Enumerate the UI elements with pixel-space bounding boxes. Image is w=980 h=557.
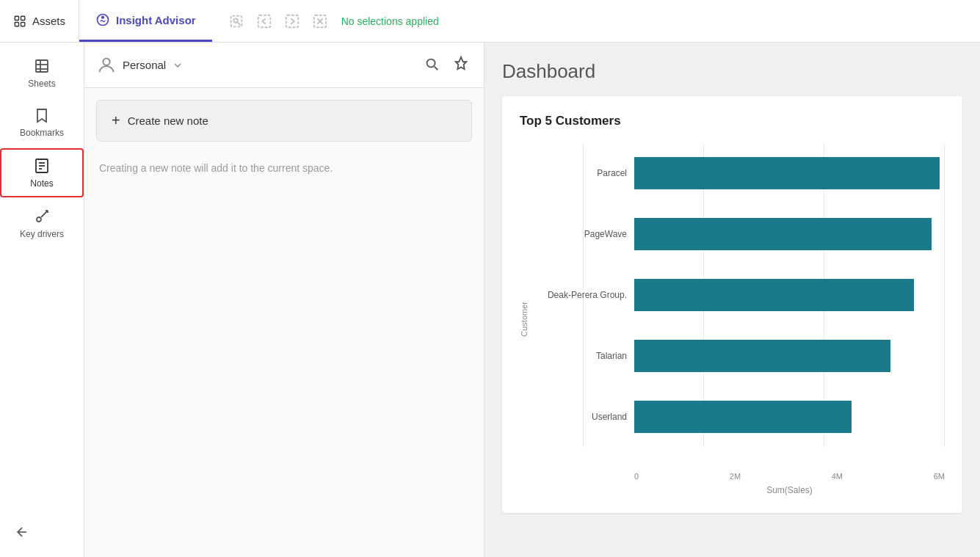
search-tool-button[interactable]	[224, 9, 249, 34]
bar-label: Paracel	[531, 168, 627, 178]
dashboard-title: Dashboard	[502, 60, 962, 83]
bar-label: Userland	[531, 412, 627, 422]
create-note-plus: +	[112, 112, 120, 129]
x-tick: 4M	[832, 472, 843, 481]
main-layout: Sheets Bookmarks Notes Key dr	[0, 43, 980, 557]
svg-line-23	[41, 211, 48, 217]
svg-rect-1	[21, 16, 25, 20]
bar-track	[634, 401, 945, 433]
chart-title: Top 5 Customers	[520, 114, 945, 128]
sidebar-item-key-drivers[interactable]: Key drivers	[0, 200, 84, 247]
bar-label: Deak-Perera Group.	[531, 290, 627, 300]
bar-label: PageWave	[531, 229, 627, 239]
bar-track	[634, 157, 945, 189]
forward-icon	[284, 13, 300, 29]
search-icon	[424, 56, 440, 72]
y-axis-label: Customer	[520, 302, 529, 337]
clear-icon	[312, 13, 328, 29]
key-drivers-label: Key drivers	[20, 229, 64, 239]
svg-point-28	[427, 59, 435, 68]
forward-button[interactable]	[280, 9, 305, 34]
notes-panel-header: Personal	[84, 43, 484, 88]
notes-search-button[interactable]	[421, 53, 443, 77]
back-icon	[256, 13, 272, 29]
svg-rect-3	[21, 22, 25, 26]
sheets-label: Sheets	[28, 79, 55, 89]
svg-point-7	[233, 18, 238, 22]
assets-tab[interactable]: Assets	[0, 0, 79, 42]
back-button[interactable]	[252, 9, 277, 34]
notes-owner-label: Personal	[123, 59, 166, 71]
key-drivers-icon	[33, 208, 51, 225]
bar-row: Deak-Perera Group.	[531, 279, 945, 311]
notes-panel: Personal +	[84, 43, 484, 557]
sidebar-item-sheets[interactable]: Sheets	[0, 50, 84, 96]
notes-icon	[33, 157, 51, 175]
notes-hint-text: Creating a new note will add it to the c…	[84, 153, 484, 183]
svg-rect-2	[15, 22, 18, 26]
topbar: Assets Insight Advisor	[0, 0, 980, 43]
insight-advisor-tab[interactable]: Insight Advisor	[79, 0, 212, 42]
bar-fill	[634, 218, 932, 250]
bar-fill	[634, 340, 890, 372]
notes-owner-selector[interactable]: Personal	[96, 55, 413, 76]
bar-fill	[634, 401, 852, 433]
bar-track	[634, 279, 945, 311]
bar-row: Userland	[531, 401, 945, 433]
bar-label: Talarian	[531, 351, 627, 361]
x-tick: 6M	[934, 472, 945, 481]
assets-label: Assets	[32, 15, 65, 27]
clear-button[interactable]	[308, 9, 333, 34]
person-icon	[96, 55, 117, 76]
svg-rect-9	[258, 15, 270, 27]
chart-main: Paracel PageWave Deak-Perera Group. Tala…	[531, 143, 945, 495]
notes-pin-button[interactable]	[450, 53, 472, 77]
sidebar-collapse-button[interactable]	[6, 516, 38, 551]
insight-advisor-label: Insight Advisor	[116, 14, 196, 26]
sidebar-item-bookmarks[interactable]: Bookmarks	[0, 99, 84, 145]
chevron-down-icon	[172, 59, 184, 71]
bookmarks-icon	[33, 106, 51, 124]
chart-container: Customer Paracel PageWave	[520, 143, 945, 495]
toolbar-actions: No selections applied	[212, 9, 451, 34]
dashboard-area: Dashboard Top 5 Customers Customer	[484, 43, 980, 557]
no-selections-label: No selections applied	[341, 15, 439, 27]
bar-row: Paracel	[531, 157, 945, 189]
x-tick: 0	[634, 472, 639, 481]
chart-card: Top 5 Customers Customer Paracel	[502, 96, 962, 513]
x-axis-label: Sum(Sales)	[531, 485, 945, 495]
svg-rect-10	[286, 15, 298, 27]
assets-icon	[13, 15, 26, 28]
pin-icon	[453, 56, 469, 72]
bar-row: PageWave	[531, 218, 945, 250]
search-tool-icon	[228, 13, 244, 29]
svg-point-5	[101, 16, 104, 19]
svg-line-8	[237, 22, 240, 25]
bar-fill	[634, 279, 914, 311]
x-tick: 2M	[730, 472, 741, 481]
bar-fill	[634, 157, 940, 189]
create-note-button[interactable]: + Create new note	[96, 100, 472, 142]
bookmarks-label: Bookmarks	[20, 128, 64, 138]
bar-track	[634, 340, 945, 372]
svg-point-27	[103, 58, 109, 65]
insight-icon	[95, 12, 110, 27]
sheets-icon	[33, 57, 51, 75]
bar-track	[634, 218, 945, 250]
bar-row: Talarian	[531, 340, 945, 372]
create-note-label: Create new note	[128, 114, 208, 127]
svg-rect-0	[15, 16, 18, 20]
svg-point-22	[37, 217, 41, 222]
collapse-icon	[15, 525, 29, 539]
chart-bars-area: Paracel PageWave Deak-Perera Group. Tala…	[531, 143, 945, 469]
svg-rect-14	[36, 60, 48, 72]
sidebar: Sheets Bookmarks Notes Key dr	[0, 43, 84, 557]
notes-header-actions	[421, 53, 472, 77]
notes-label: Notes	[30, 178, 53, 189]
svg-line-29	[435, 67, 438, 70]
x-axis: 02M4M6M	[531, 472, 945, 481]
sidebar-item-notes[interactable]: Notes	[0, 148, 84, 197]
